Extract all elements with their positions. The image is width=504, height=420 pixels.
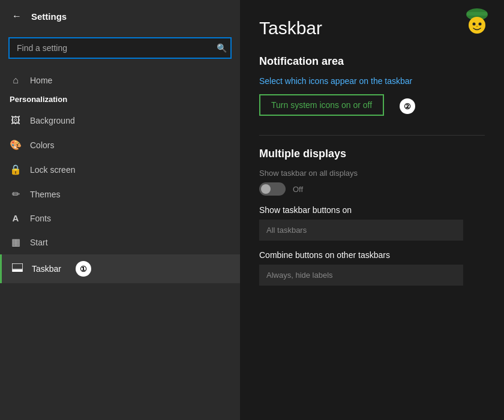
page-title: Taskbar	[259, 18, 485, 38]
select-icons-link[interactable]: Select which icons appear on the taskbar	[259, 76, 485, 86]
sidebar-header: ← Settings	[0, 0, 240, 32]
svg-rect-1	[12, 270, 23, 272]
sidebar-item-label: Themes	[30, 190, 61, 199]
show-taskbar-buttons-dropdown[interactable]: All taskbars	[259, 220, 463, 241]
svg-point-6	[479, 23, 482, 26]
badge-1: ①	[76, 261, 91, 277]
main-content: Taskbar Notification area Select which i…	[240, 0, 504, 420]
toggle-row: Off	[259, 182, 485, 196]
svg-point-7	[476, 26, 478, 27]
back-button[interactable]: ←	[10, 8, 24, 24]
lock-screen-icon: 🔒	[10, 164, 22, 175]
home-icon: ⌂	[10, 75, 22, 86]
turn-system-icons-row: Turn system icons on or off ②	[259, 94, 485, 118]
search-input[interactable]	[8, 37, 232, 59]
sidebar-item-taskbar[interactable]: Taskbar ①	[0, 254, 240, 283]
sidebar-item-label: Fonts	[30, 214, 51, 223]
svg-rect-3	[467, 12, 487, 16]
sidebar-title: Settings	[31, 11, 67, 22]
turn-system-icons-link[interactable]: Turn system icons on or off	[259, 94, 384, 116]
sidebar-item-home[interactable]: ⌂ Home	[0, 68, 240, 92]
combine-buttons-label: Combine buttons on other taskbars	[259, 250, 485, 260]
toggle-off-label: Off	[293, 185, 303, 194]
sidebar-item-colors[interactable]: 🎨 Colors	[0, 133, 240, 157]
search-icon: 🔍	[217, 43, 227, 53]
show-taskbar-toggle[interactable]	[259, 182, 286, 196]
fonts-icon: A	[10, 213, 22, 223]
section-label-personalization: Personalization	[0, 92, 240, 109]
sidebar-item-label: Colors	[30, 140, 54, 150]
sidebar-item-label: Start	[30, 238, 48, 247]
sidebar-item-lock-screen[interactable]: 🔒 Lock screen	[0, 157, 240, 182]
sidebar-item-themes[interactable]: ✏ Themes	[0, 182, 240, 206]
taskbar-icon	[11, 263, 23, 274]
themes-icon: ✏	[10, 188, 22, 200]
search-box-container: 🔍	[8, 37, 232, 59]
combine-buttons-dropdown[interactable]: Always, hide labels	[259, 265, 463, 286]
avatar	[461, 6, 493, 41]
sidebar-item-label: Home	[30, 76, 52, 85]
svg-point-4	[469, 17, 485, 34]
sidebar-item-start[interactable]: ▦ Start	[0, 230, 240, 254]
sidebar-item-label: Lock screen	[30, 165, 75, 175]
background-icon: 🖼	[10, 115, 22, 126]
show-taskbar-buttons-label: Show taskbar buttons on	[259, 205, 485, 215]
svg-point-5	[473, 23, 476, 26]
badge-2: ②	[400, 98, 415, 114]
svg-rect-0	[12, 263, 23, 269]
sidebar-item-fonts[interactable]: A Fonts	[0, 206, 240, 230]
show-taskbar-setting: Show taskbar on all displays Off	[259, 169, 485, 196]
divider	[259, 135, 485, 136]
start-icon: ▦	[10, 236, 22, 248]
sidebar-item-label: Background	[30, 116, 75, 125]
sidebar-item-label: Taskbar	[32, 264, 61, 274]
notification-area-heading: Notification area	[259, 55, 485, 68]
multiple-displays-heading: Multiple displays	[259, 148, 485, 160]
colors-icon: 🎨	[10, 139, 22, 151]
sidebar-item-background[interactable]: 🖼 Background	[0, 109, 240, 133]
show-taskbar-label: Show taskbar on all displays	[259, 169, 485, 178]
combine-buttons-setting: Combine buttons on other taskbars Always…	[259, 250, 485, 286]
toggle-thumb	[261, 184, 271, 194]
sidebar: ← Settings 🔍 ⌂ Home Personalization 🖼 Ba…	[0, 0, 240, 420]
show-taskbar-buttons-setting: Show taskbar buttons on All taskbars	[259, 205, 485, 241]
